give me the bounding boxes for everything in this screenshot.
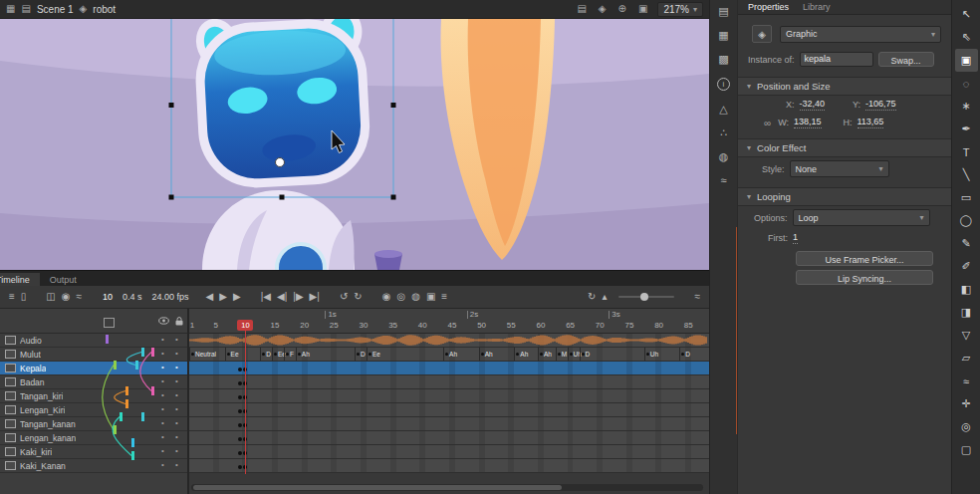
layer-Lengan_kanan[interactable]: Lengan_kanan • • <box>0 431 187 445</box>
mouth-pose-Ah[interactable]: Ah <box>514 348 528 361</box>
lip-syncing-button[interactable]: Lip Syncing... <box>796 270 933 285</box>
eraser-tool[interactable]: ▱ <box>955 347 978 370</box>
layer-Audio[interactable]: Audio • • <box>0 334 187 348</box>
layer-Kaki_Kanan[interactable]: Kaki_Kanan • • <box>0 459 187 473</box>
panel-divider[interactable] <box>736 227 737 434</box>
pen-tool[interactable]: ✒ <box>955 118 978 140</box>
edit-scene-icon[interactable]: ▤ <box>577 4 586 14</box>
swatches-panel-icon[interactable]: ▩ <box>718 54 728 65</box>
mouth-pose-Ah[interactable]: Ah <box>296 348 310 361</box>
transform-point[interactable] <box>276 158 285 167</box>
frames-Lengan_kanan[interactable] <box>189 431 709 445</box>
go-last-frame-icon[interactable]: ▶| <box>307 292 323 302</box>
layer-Mulut[interactable]: Mulut • • <box>0 348 187 362</box>
edit-multiple-frames-icon[interactable]: ◍ <box>408 292 423 302</box>
keyframe[interactable] <box>238 381 242 385</box>
layer-lock-dot[interactable]: • <box>175 349 178 358</box>
link-wh-icon[interactable]: ∞ <box>764 118 771 128</box>
play-icon[interactable]: ▶ <box>216 292 230 302</box>
scrollbar-thumb[interactable] <box>193 485 562 490</box>
zoom-tool[interactable]: ◎ <box>955 415 978 438</box>
layer-visibility-dot[interactable]: • <box>161 376 164 385</box>
frames-Tangan_kanan[interactable] <box>189 417 709 431</box>
step-back-icon[interactable]: ◀ <box>203 292 217 302</box>
layer-Tangan_kanan[interactable]: Tangan_kanan • • <box>0 417 187 431</box>
layer-lock-dot[interactable]: • <box>175 363 178 371</box>
timeline-horizontal-scrollbar[interactable] <box>191 484 703 491</box>
layer-visibility-dot[interactable]: • <box>161 335 164 344</box>
keyframe[interactable] <box>238 437 242 441</box>
delete-layer-icon[interactable]: ▯ <box>18 292 30 302</box>
stats-panel-icon[interactable]: ≈ <box>720 175 726 186</box>
go-first-frame-icon[interactable]: |◀ <box>258 292 274 302</box>
y-value[interactable]: -106,75 <box>865 99 896 111</box>
frames-Kepala[interactable] <box>189 362 709 375</box>
align-panel-icon[interactable]: ▤ <box>718 6 728 17</box>
layer-visibility-dot[interactable]: • <box>161 432 164 441</box>
history-panel-icon[interactable]: ◍ <box>719 151 729 162</box>
mouth-pose-Neutral[interactable]: Neutral <box>189 348 216 361</box>
width-tool[interactable]: ≈ <box>955 370 978 392</box>
graph-editor-icon[interactable]: ≈ <box>74 292 86 302</box>
loop-icon[interactable]: ↺ <box>337 292 351 302</box>
mouth-pose-Uh[interactable]: Uh <box>644 348 658 361</box>
breadcrumb-scene[interactable]: Scene 1 <box>37 4 74 15</box>
keyframe[interactable] <box>238 423 242 427</box>
eyedropper-tool[interactable]: ▽ <box>955 324 978 347</box>
keyframe[interactable] <box>238 395 242 399</box>
keyframe[interactable] <box>238 451 242 455</box>
ink-bottle-tool[interactable]: ◨ <box>955 301 978 324</box>
next-keyframe-icon[interactable]: |▶ <box>290 292 306 302</box>
layer-lock-dot[interactable]: • <box>175 460 178 469</box>
layer-visibility-dot[interactable]: • <box>161 404 164 413</box>
timeline-zoom-slider[interactable] <box>618 296 674 298</box>
text-tool[interactable]: T <box>955 140 978 163</box>
zoom-select[interactable]: 217% ▾ <box>657 2 703 17</box>
symbol-behavior-select[interactable]: Graphic ▾ <box>780 26 941 43</box>
color-style-select[interactable]: None ▾ <box>790 160 889 177</box>
lock-icon[interactable] <box>174 317 184 326</box>
step-forward-icon[interactable]: ▶ <box>230 292 244 302</box>
mouth-pose-D[interactable]: D <box>679 348 690 361</box>
breadcrumb-symbol[interactable]: robot <box>93 4 116 15</box>
mouth-pose-Ee[interactable]: Ee <box>367 348 380 361</box>
oval-tool[interactable]: ◯ <box>955 209 978 232</box>
line-tool[interactable]: ╲ <box>955 163 978 186</box>
instance-name-field[interactable]: kepala <box>800 52 873 67</box>
tab-timeline[interactable]: Timeline <box>0 273 40 286</box>
free-transform-tool[interactable]: ▣ <box>955 49 978 72</box>
paint-bucket-tool[interactable]: ◧ <box>955 278 978 301</box>
keyframe[interactable] <box>238 465 242 469</box>
stage-canvas[interactable] <box>0 19 709 270</box>
timeline-menu-icon[interactable]: ≡ <box>6 292 18 302</box>
layer-Lengan_Kiri[interactable]: Lengan_Kiri • • <box>0 403 187 417</box>
section-color-effect[interactable]: ▾ Color Effect <box>738 138 951 157</box>
prev-keyframe-icon[interactable]: ◀| <box>274 292 290 302</box>
frame-view-icon[interactable]: ▣ <box>423 292 438 302</box>
swap-button[interactable]: Swap... <box>878 52 934 67</box>
layer-Kepala[interactable]: Kepala • • <box>0 362 187 375</box>
layer-Badan[interactable]: Badan • • <box>0 375 187 389</box>
x-value[interactable]: -32,40 <box>800 99 826 111</box>
pencil-tool[interactable]: ✎ <box>955 232 978 255</box>
mouth-pose-D[interactable]: D <box>260 348 271 361</box>
keyframe[interactable] <box>238 409 242 413</box>
selection-tool[interactable]: ↖ <box>955 3 978 26</box>
rectangle-tool[interactable]: ▭ <box>955 186 978 209</box>
onion-outline-icon[interactable]: ◎ <box>393 292 408 302</box>
collapse-icon[interactable]: ▴ <box>599 292 610 302</box>
section-looping[interactable]: ▾ Looping <box>738 187 951 206</box>
hand-tool[interactable]: ✛ <box>955 392 978 415</box>
lasso-tool[interactable]: ◌ <box>955 72 978 95</box>
layer-lock-dot[interactable]: • <box>175 418 178 427</box>
loop-options-select[interactable]: Loop ▾ <box>793 209 930 226</box>
use-frame-picker-button[interactable]: Use Frame Picker... <box>796 251 933 266</box>
tab-library[interactable]: Library <box>803 2 831 12</box>
mouth-pose-D[interactable]: D <box>355 348 366 361</box>
playhead-badge[interactable]: 10 <box>237 320 253 331</box>
layer-lock-dot[interactable]: • <box>175 404 178 413</box>
current-frame[interactable]: 10 <box>103 292 113 302</box>
mouth-pose-Ah[interactable]: Ah <box>443 348 457 361</box>
layer-lock-dot[interactable]: • <box>175 432 178 441</box>
layer-visibility-dot[interactable]: • <box>161 349 164 358</box>
